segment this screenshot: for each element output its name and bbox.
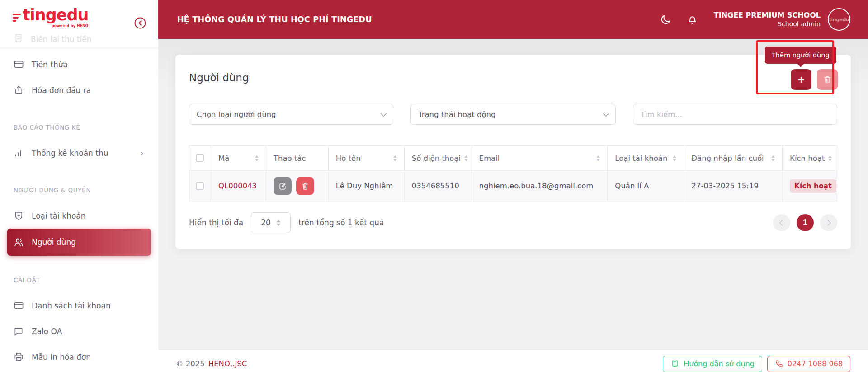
- receipt-icon: [14, 33, 24, 45]
- chevron-down-icon: [603, 111, 609, 117]
- sidebar-item-thong-ke-khoan-thu[interactable]: Thống kê khoản thu ›: [0, 140, 158, 166]
- logo-subtext: powered by HENO: [13, 24, 88, 28]
- sidebar-section-bao-cao: BÁO CÁO THỐNG KÊ: [0, 120, 158, 134]
- chat-icon: [14, 326, 24, 336]
- users-card: Người dùng Chọn loại người dùng Trạng th…: [175, 55, 851, 249]
- account-role: School admin: [714, 20, 821, 28]
- upload-icon: [14, 85, 24, 95]
- row-name-cell: Lê Duy Nghiêm: [329, 171, 405, 201]
- row-status-cell: Kích hoạt: [783, 171, 837, 201]
- sidebar-item-zalo-oa[interactable]: Zalo OA: [0, 318, 158, 344]
- status-badge: Kích hoạt: [790, 179, 836, 193]
- select-all-checkbox[interactable]: [196, 154, 204, 162]
- sidebar-item-nguoi-dung-active[interactable]: Người dùng: [7, 229, 151, 256]
- header-actions: TINGEE PREMIUM SCHOOL School admin tinge…: [660, 8, 850, 31]
- column-header-kich-hoat[interactable]: Kích hoạt: [783, 146, 837, 170]
- column-header-ma[interactable]: Mã: [211, 146, 266, 170]
- phone-icon: [775, 359, 783, 368]
- sidebar-item-tien-thua[interactable]: Tiền thừa: [0, 51, 158, 77]
- sidebar-item-label: Biên lai thu tiền: [31, 35, 92, 44]
- system-title: HỆ THỐNG QUẢN LÝ THU HỌC PHÍ TINGEDU: [177, 15, 372, 24]
- search-input[interactable]: [633, 104, 837, 125]
- sidebar-item-label: Mẫu in hóa đơn: [32, 353, 91, 362]
- hotline-button[interactable]: 0247 1088 968: [767, 356, 850, 372]
- sort-icon[interactable]: [596, 155, 600, 161]
- sidebar-nav: Tiền thừa Hóa đơn đầu ra BÁO CÁO THỐNG K…: [0, 51, 158, 370]
- sidebar-item-mau-in-hoa-don[interactable]: Mẫu in hóa đơn: [0, 344, 158, 370]
- logo-speed-lines-icon: [13, 14, 21, 22]
- sidebar-item-label: Danh sách tài khoản: [32, 301, 111, 310]
- column-header-ho-ten[interactable]: Họ tên: [329, 146, 405, 170]
- page-size-select[interactable]: 20: [251, 212, 291, 233]
- add-user-button[interactable]: +: [791, 69, 811, 90]
- app-window: tingedu powered by HENO Biên lai thu tiề…: [0, 0, 868, 378]
- filters-row: Chọn loại người dùng Trạng thái hoạt độn…: [189, 104, 837, 125]
- sidebar-item-loai-tai-khoan[interactable]: Loại tài khoản: [0, 203, 158, 229]
- user-guide-label: Hướng dẫn sử dụng: [684, 359, 755, 368]
- column-header-email[interactable]: Email: [472, 146, 608, 170]
- printer-icon: [14, 352, 24, 362]
- users-table: Mã Thao tác Họ tên Số điện thoại Email L…: [189, 145, 837, 201]
- sort-icon[interactable]: [464, 155, 468, 161]
- school-name: TINGEE PREMIUM SCHOOL: [714, 11, 821, 20]
- row-select-cell: [189, 171, 211, 201]
- edit-icon: [278, 182, 287, 191]
- sidebar-item-label: Tiền thừa: [32, 60, 68, 69]
- chevron-down-icon: [381, 111, 387, 117]
- sort-icon[interactable]: [393, 155, 397, 161]
- notifications-button[interactable]: [686, 14, 698, 26]
- avatar[interactable]: tingedu: [828, 8, 850, 31]
- sidebar-collapse-button[interactable]: [133, 16, 147, 30]
- row-last-login-cell: 27-03-2025 15:19: [684, 171, 783, 201]
- row-checkbox[interactable]: [196, 182, 204, 190]
- table-row: QL000043 Lê Duy Nghiêm 0354685510: [189, 171, 837, 201]
- arrow-left-circle-icon: [133, 16, 147, 30]
- sidebar-section-nguoi-dung-quyen: NGƯỜI DÙNG & QUYỀN: [0, 183, 158, 197]
- sidebar-section-cai-dat: CÀI ĐẶT: [0, 273, 158, 287]
- user-type-select[interactable]: Chọn loại người dùng: [189, 104, 393, 125]
- sort-icon[interactable]: [255, 155, 259, 161]
- sort-icon[interactable]: [771, 155, 775, 161]
- status-select[interactable]: Trạng thái hoạt động: [410, 104, 616, 125]
- pagination-controls: 1: [773, 214, 837, 231]
- delete-user-button[interactable]: [296, 177, 314, 195]
- select-all-cell: [189, 146, 211, 170]
- page-title: Người dùng: [189, 72, 249, 84]
- trash-icon: [301, 182, 310, 191]
- row-account-type-cell: Quản lí A: [608, 171, 684, 201]
- bulk-delete-button[interactable]: [817, 69, 838, 90]
- company-link[interactable]: HENO,.JSC: [208, 359, 247, 368]
- credit-card-icon: [14, 59, 24, 70]
- user-guide-button[interactable]: Hướng dẫn sử dụng: [663, 356, 762, 372]
- page-1-button[interactable]: 1: [797, 214, 814, 231]
- column-header-so-dien-thoai[interactable]: Số điện thoại: [405, 146, 472, 170]
- dark-mode-toggle-button[interactable]: [660, 14, 672, 26]
- copyright-text: © 2025: [176, 359, 205, 368]
- pagination-bar: Hiển thị tối đa 20 trên tổng số 1 kết qu…: [189, 212, 837, 233]
- next-page-button[interactable]: [820, 214, 837, 231]
- previous-page-button[interactable]: [773, 214, 790, 231]
- user-code-link[interactable]: QL000043: [218, 182, 257, 190]
- sort-icon[interactable]: [673, 155, 676, 161]
- total-results-label: trên tổng số 1 kết quả: [298, 218, 384, 227]
- sidebar-item-label: Người dùng: [32, 238, 76, 247]
- table-header-row: Mã Thao tác Họ tên Số điện thoại Email L…: [189, 145, 837, 171]
- app-logo[interactable]: tingedu powered by HENO: [13, 7, 88, 28]
- sort-icon[interactable]: [828, 155, 832, 161]
- logo-wordmark: tingedu: [23, 7, 88, 23]
- chevron-right-icon: ›: [140, 149, 144, 158]
- users-icon: [14, 237, 24, 247]
- sidebar: tingedu powered by HENO Biên lai thu tiề…: [0, 0, 158, 378]
- trash-icon: [822, 75, 832, 84]
- status-select-value: Trạng thái hoạt động: [418, 110, 495, 119]
- sidebar-item-bien-lai-faded[interactable]: Biên lai thu tiền: [14, 33, 92, 45]
- sidebar-item-hoa-don-dau-ra[interactable]: Hóa đơn đầu ra: [0, 77, 158, 103]
- chevron-left-icon: [779, 220, 785, 226]
- bell-icon: [686, 14, 698, 26]
- sidebar-item-danh-sach-tai-khoan[interactable]: Danh sách tài khoản: [0, 293, 158, 318]
- column-header-dang-nhap-lan-cuoi[interactable]: Đăng nhập lần cuối: [684, 146, 783, 170]
- main-content: Người dùng Chọn loại người dùng Trạng th…: [158, 39, 868, 350]
- account-info: TINGEE PREMIUM SCHOOL School admin: [714, 11, 821, 28]
- column-header-loai-tai-khoan[interactable]: Loại tài khoản: [608, 146, 684, 170]
- edit-user-button[interactable]: [274, 177, 292, 195]
